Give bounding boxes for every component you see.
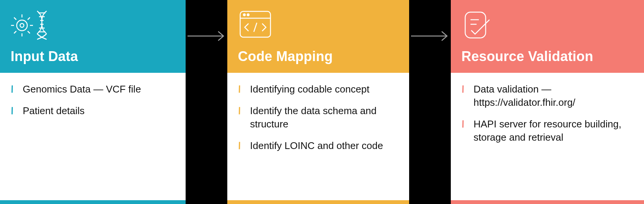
list-item-text: HAPI server for resource building, stora… — [474, 118, 632, 144]
card-resource-validation: Resource Validation \ Data validation — … — [451, 0, 644, 204]
bullet-icon: \ — [237, 83, 246, 96]
arrow-connector — [186, 0, 227, 72]
card-title: Resource Validation — [461, 49, 633, 64]
list-item-text: Data validation — https://validator.fhir… — [474, 83, 632, 109]
list-item-text: Identify the data schema and structure — [250, 104, 397, 131]
arrow-right-icon — [186, 28, 227, 44]
card-input-data: Input Data \ Genomics Data — VCF file \ … — [0, 0, 186, 204]
card-title: Code Mapping — [238, 49, 399, 64]
list-item-text: Genomics Data — VCF file — [23, 83, 141, 96]
card-code-mapping: Code Mapping \ Identifying codable conce… — [227, 0, 409, 204]
genomics-gear-icon — [11, 9, 175, 42]
list-item: \ Patient details — [11, 104, 174, 118]
card-body: \ Data validation — https://validator.fh… — [451, 73, 644, 154]
list-item-text: Identifying codable concept — [250, 83, 369, 96]
list-item: \ Data validation — https://validator.fh… — [461, 83, 632, 109]
process-diagram: Input Data \ Genomics Data — VCF file \ … — [0, 0, 644, 204]
code-window-icon — [238, 9, 399, 42]
list-item: \ Identify LOINC and other code — [238, 139, 397, 152]
list-item: \ Identify the data schema and structure — [238, 104, 397, 131]
card-title: Input Data — [11, 49, 175, 64]
list-item-text: Patient details — [23, 104, 84, 118]
bullet-icon: \ — [10, 104, 19, 118]
bullet-icon: \ — [237, 104, 246, 118]
svg-point-0 — [17, 20, 27, 31]
svg-line-9 — [28, 31, 30, 33]
card-body: \ Identifying codable concept \ Identify… — [227, 73, 409, 162]
list-item: \ HAPI server for resource building, sto… — [461, 118, 632, 144]
svg-line-6 — [14, 17, 16, 20]
list-item: \ Genomics Data — VCF file — [11, 83, 174, 96]
svg-point-20 — [247, 14, 249, 16]
card-header: Resource Validation — [451, 0, 644, 73]
svg-point-1 — [20, 24, 24, 27]
svg-point-19 — [244, 14, 245, 16]
card-header: Code Mapping — [227, 0, 409, 73]
arrow-right-icon — [409, 28, 451, 44]
svg-line-8 — [14, 31, 16, 33]
card-footer-bar — [227, 200, 409, 204]
card-footer-bar — [451, 200, 644, 204]
svg-line-21 — [254, 23, 257, 32]
list-item-text: Identify LOINC and other code — [250, 139, 383, 152]
card-header: Input Data — [0, 0, 186, 73]
bullet-icon: \ — [461, 118, 469, 131]
arrow-connector — [409, 0, 451, 72]
bullet-icon: \ — [10, 83, 19, 96]
bullet-icon: \ — [461, 83, 469, 96]
card-footer-bar — [0, 200, 186, 204]
document-check-icon — [461, 9, 633, 42]
card-body: \ Genomics Data — VCF file \ Patient det… — [0, 73, 186, 127]
bullet-icon: \ — [237, 139, 246, 152]
svg-line-7 — [28, 17, 30, 20]
list-item: \ Identifying codable concept — [238, 83, 397, 96]
